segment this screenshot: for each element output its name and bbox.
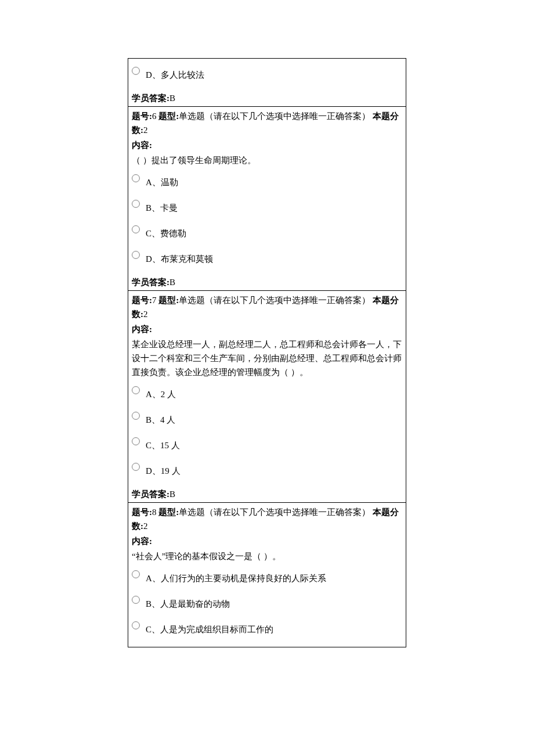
student-answer: 学员答案:B <box>132 487 402 501</box>
option-d[interactable]: D、多人比较法 <box>132 66 402 82</box>
content-label: 内容: <box>132 325 152 334</box>
content-label: 内容: <box>132 141 152 150</box>
radio-icon <box>132 67 140 75</box>
num-label: 题号: <box>132 507 152 517</box>
type-text: 单选题（请在以下几个选项中选择唯一正确答案） <box>179 507 370 517</box>
option-c[interactable]: C、人是为完成组织目标而工作的 <box>132 620 402 636</box>
radio-icon <box>132 386 140 394</box>
option-a[interactable]: A、人们行为的主要动机是保持良好的人际关系 <box>132 569 402 585</box>
question-content: 某企业设总经理一人，副总经理二人，总工程师和总会计师各一人，下设十二个科室和三个… <box>132 337 402 379</box>
type-text: 单选题（请在以下几个选项中选择唯一正确答案） <box>179 296 370 305</box>
option-a-label: A、温勒 <box>146 173 178 189</box>
radio-icon <box>132 437 140 445</box>
option-d-label: D、19 人 <box>146 462 181 478</box>
question-content: “社会人”理论的基本假设之一是（ ）。 <box>132 549 402 563</box>
option-c-label: C、人是为完成组织目标而工作的 <box>146 620 273 636</box>
option-d-label: D、多人比较法 <box>146 66 204 82</box>
answer-value: B <box>169 93 175 103</box>
question-number: 6 <box>152 111 157 121</box>
radio-icon <box>132 225 140 233</box>
question-box-7: 题号:7 题型:单选题（请在以下几个选项中选择唯一正确答案） 本题分数:2 内容… <box>128 291 406 503</box>
score-value: 2 <box>143 309 148 319</box>
option-a-label: A、人们行为的主要动机是保持良好的人际关系 <box>146 569 326 585</box>
content-label: 内容: <box>132 537 152 546</box>
option-b[interactable]: B、4 人 <box>132 411 402 427</box>
option-d-label: D、布莱克和莫顿 <box>146 250 213 266</box>
type-label: 题型: <box>158 111 179 121</box>
question-number: 7 <box>152 296 157 305</box>
radio-icon <box>132 412 140 420</box>
option-a[interactable]: A、2 人 <box>132 385 402 401</box>
answer-label: 学员答案: <box>132 278 169 287</box>
option-a[interactable]: A、温勒 <box>132 173 402 189</box>
student-answer: 学员答案:B <box>132 275 402 289</box>
score-value: 2 <box>143 125 148 135</box>
option-c-label: C、费德勒 <box>146 224 186 240</box>
answer-label: 学员答案: <box>132 489 169 499</box>
type-label: 题型: <box>158 296 179 305</box>
radio-icon <box>132 570 140 578</box>
answer-value: B <box>169 278 175 287</box>
num-label: 题号: <box>132 296 152 305</box>
radio-icon <box>132 463 140 471</box>
type-text: 单选题（请在以下几个选项中选择唯一正确答案） <box>179 111 370 121</box>
question-box-prev: D、多人比较法 学员答案:B <box>128 58 406 107</box>
option-c[interactable]: C、15 人 <box>132 436 402 452</box>
student-answer: 学员答案:B <box>132 91 402 105</box>
question-header: 题号:6 题型:单选题（请在以下几个选项中选择唯一正确答案） 本题分数:2 <box>132 109 402 137</box>
option-d[interactable]: D、布莱克和莫顿 <box>132 250 402 266</box>
score-value: 2 <box>143 521 148 531</box>
radio-icon <box>132 174 140 182</box>
radio-icon <box>132 200 140 208</box>
option-b[interactable]: B、人是最勤奋的动物 <box>132 595 402 611</box>
answer-value: B <box>169 489 175 499</box>
radio-icon <box>132 251 140 259</box>
question-header: 题号:8 题型:单选题（请在以下几个选项中选择唯一正确答案） 本题分数:2 <box>132 505 402 533</box>
answer-label: 学员答案: <box>132 93 169 103</box>
question-number: 8 <box>152 507 157 517</box>
type-label: 题型: <box>158 507 179 517</box>
option-d[interactable]: D、19 人 <box>132 462 402 478</box>
option-b-label: B、卡曼 <box>146 199 178 215</box>
option-b[interactable]: B、卡曼 <box>132 199 402 215</box>
option-b-label: B、4 人 <box>146 411 175 427</box>
option-c[interactable]: C、费德勒 <box>132 224 402 240</box>
question-content: （ ）提出了领导生命周期理论。 <box>132 153 402 167</box>
question-header: 题号:7 题型:单选题（请在以下几个选项中选择唯一正确答案） 本题分数:2 <box>132 293 402 321</box>
option-b-label: B、人是最勤奋的动物 <box>146 595 230 611</box>
option-a-label: A、2 人 <box>146 385 176 401</box>
question-box-6: 题号:6 题型:单选题（请在以下几个选项中选择唯一正确答案） 本题分数:2 内容… <box>128 107 406 291</box>
option-c-label: C、15 人 <box>146 436 180 452</box>
radio-icon <box>132 596 140 604</box>
num-label: 题号: <box>132 111 152 121</box>
radio-icon <box>132 621 140 629</box>
question-box-8: 题号:8 题型:单选题（请在以下几个选项中选择唯一正确答案） 本题分数:2 内容… <box>128 503 406 647</box>
